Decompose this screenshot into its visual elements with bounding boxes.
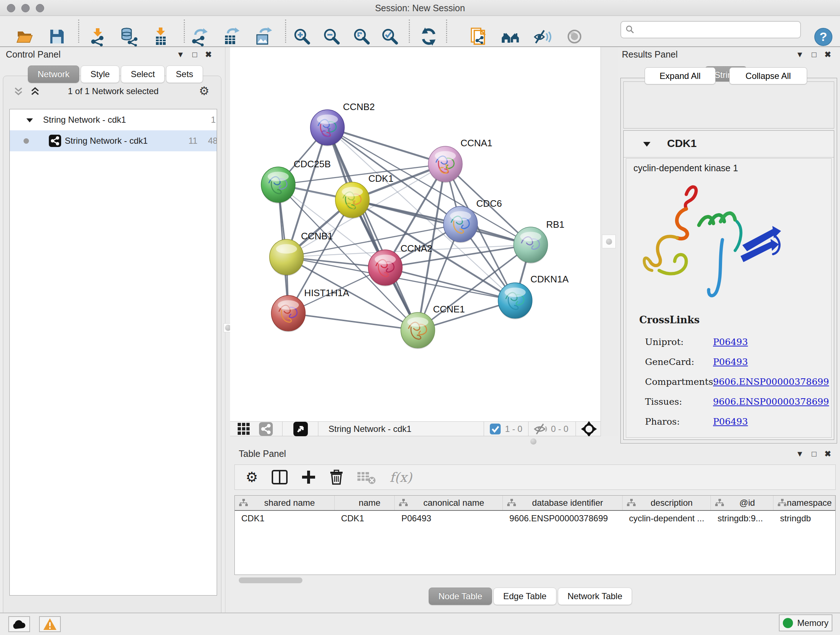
cell-description[interactable]: cyclin-dependent ... bbox=[622, 511, 711, 525]
close-panel-icon[interactable]: ✖ bbox=[824, 50, 831, 59]
network-graph[interactable]: CCNB2CCNA1CDC25BCDK1CDC6RB1CCNB1CCNA2CDK… bbox=[230, 47, 600, 421]
export-image-icon[interactable] bbox=[253, 27, 273, 47]
column-header-canonical-name[interactable]: canonical name bbox=[395, 496, 503, 510]
collapse-arrow-icon[interactable] bbox=[643, 141, 651, 147]
new-network-from-selection-icon[interactable] bbox=[468, 27, 488, 47]
close-panel-icon[interactable]: ✖ bbox=[824, 449, 831, 459]
function-builder-icon[interactable]: f(x) bbox=[390, 470, 412, 485]
column-header-shared-name[interactable]: shared name bbox=[235, 496, 335, 510]
tab-network-table[interactable]: Network Table bbox=[558, 587, 632, 605]
float-panel-icon[interactable]: ▼ bbox=[796, 449, 804, 459]
delete-columns-icon[interactable] bbox=[330, 470, 343, 485]
table-row[interactable]: CDK1CDK1P064939606.ENSP00000378699cyclin… bbox=[235, 511, 835, 525]
network-overview-icon[interactable] bbox=[259, 422, 273, 436]
network-canvas[interactable]: CCNB2CCNA1CDC25BCDK1CDC6RB1CCNB1CCNA2CDK… bbox=[230, 47, 600, 436]
export-network-icon[interactable] bbox=[189, 27, 210, 47]
collapse-arrow-icon[interactable] bbox=[26, 117, 34, 123]
show-columns-icon[interactable] bbox=[272, 470, 287, 485]
crosslink-tissues-link[interactable]: 9606.ENSP00000378699 bbox=[713, 396, 829, 407]
float-panel-icon[interactable]: ▼ bbox=[796, 50, 804, 59]
search-field-container bbox=[621, 21, 801, 38]
collapse-all-button[interactable]: Collapse All bbox=[729, 67, 807, 84]
maximize-panel-icon[interactable]: □ bbox=[193, 50, 197, 59]
graph-node-CCNA1[interactable] bbox=[428, 146, 462, 183]
tab-network[interactable]: Network bbox=[28, 65, 79, 83]
help-icon[interactable]: ? bbox=[814, 27, 833, 46]
cell-shared-name[interactable]: CDK1 bbox=[235, 511, 335, 525]
cell-database-identifier[interactable]: 9606.ENSP00000378699 bbox=[503, 511, 622, 525]
network-options-gear-icon[interactable]: ⚙ bbox=[199, 84, 210, 98]
tab-style[interactable]: Style bbox=[81, 65, 119, 83]
column-header-description[interactable]: description bbox=[622, 496, 711, 510]
save-session-icon[interactable] bbox=[47, 27, 67, 47]
memory-button[interactable]: Memory bbox=[779, 614, 832, 631]
column-header-namespace[interactable]: namespace bbox=[774, 496, 835, 510]
graph-edge-HIST1H1A-CCNE1[interactable] bbox=[288, 313, 418, 330]
warning-status-icon[interactable] bbox=[39, 616, 61, 632]
graph-edge-CDK1-RB1[interactable] bbox=[352, 200, 531, 245]
crosslink-compartments-link[interactable]: 9606.ENSP00000378699 bbox=[713, 377, 829, 387]
expand-all-button[interactable]: Expand All bbox=[645, 67, 715, 84]
splitter-handle[interactable] bbox=[531, 439, 537, 445]
zoom-fit-icon[interactable] bbox=[352, 27, 372, 47]
graph-node-CDK1[interactable] bbox=[335, 182, 369, 219]
gene-card-header[interactable]: CDK1 bbox=[624, 131, 834, 157]
table-options-gear-icon[interactable]: ⚙ bbox=[246, 469, 258, 485]
network-collection-row[interactable]: String Network - cdk1 1 bbox=[10, 109, 217, 130]
delete-table-icon[interactable] bbox=[357, 470, 376, 485]
graph-node-CCNB1[interactable] bbox=[270, 239, 303, 276]
fit-selected-crosshair-icon[interactable] bbox=[581, 421, 597, 437]
zoom-selected-icon[interactable] bbox=[380, 27, 400, 47]
graph-node-CDC25B[interactable] bbox=[261, 167, 295, 203]
open-session-icon[interactable] bbox=[14, 27, 35, 47]
import-network-from-database-icon[interactable] bbox=[118, 27, 139, 47]
graph-edge-CCNB2-CCNA1[interactable] bbox=[327, 127, 445, 164]
tab-sets[interactable]: Sets bbox=[166, 65, 203, 83]
splitter-handle[interactable] bbox=[602, 234, 616, 249]
tab-node-table[interactable]: Node Table bbox=[429, 587, 492, 605]
horizontal-splitter[interactable] bbox=[230, 436, 617, 447]
graph-node-RB1[interactable] bbox=[514, 227, 548, 264]
graph-node-CDKN1A[interactable] bbox=[498, 283, 532, 319]
cell-@id[interactable]: stringdb:9... bbox=[711, 511, 774, 525]
cell-canonical-name[interactable]: P06493 bbox=[395, 511, 503, 525]
refresh-icon[interactable] bbox=[418, 27, 439, 47]
show-all-icon[interactable] bbox=[564, 27, 584, 47]
float-panel-icon[interactable]: ▼ bbox=[177, 50, 185, 59]
export-view-icon[interactable] bbox=[294, 422, 308, 436]
maximize-panel-icon[interactable]: □ bbox=[812, 449, 816, 459]
graph-node-CCNB2[interactable] bbox=[310, 110, 344, 146]
column-header-@id[interactable]: @id bbox=[711, 496, 774, 510]
export-table-icon[interactable] bbox=[221, 27, 241, 47]
zoom-out-icon[interactable] bbox=[322, 27, 342, 47]
crosslink-genecard-link[interactable]: P06493 bbox=[713, 356, 748, 367]
network-row[interactable]: String Network - cdk1 11 48 bbox=[10, 130, 217, 151]
hide-selected-icon[interactable] bbox=[532, 27, 553, 47]
graph-edge-CCNB2-CCNE1[interactable] bbox=[327, 127, 418, 330]
create-column-icon[interactable] bbox=[302, 470, 316, 485]
zoom-in-icon[interactable] bbox=[292, 27, 312, 47]
cloud-status-icon[interactable] bbox=[8, 616, 30, 632]
selected-checkbox-icon[interactable] bbox=[490, 424, 501, 434]
column-header-database-identifier[interactable]: database identifier bbox=[503, 496, 622, 510]
crosslink-pharos-link[interactable]: P06493 bbox=[713, 416, 748, 427]
graph-node-HIST1H1A[interactable] bbox=[271, 295, 305, 332]
search-input[interactable] bbox=[635, 22, 800, 37]
tab-edge-table[interactable]: Edge Table bbox=[493, 587, 556, 605]
maximize-panel-icon[interactable]: □ bbox=[812, 50, 816, 59]
right-panel-splitter[interactable] bbox=[600, 47, 619, 447]
table-horizontal-scrollbar[interactable] bbox=[239, 578, 302, 583]
column-header-name[interactable]: name bbox=[335, 496, 395, 510]
graph-node-CCNA2[interactable] bbox=[368, 250, 402, 287]
birds-eye-view-icon[interactable] bbox=[237, 423, 250, 435]
close-panel-icon[interactable]: ✖ bbox=[205, 50, 212, 59]
graph-node-CDC6[interactable] bbox=[444, 206, 477, 243]
import-network-from-file-icon[interactable] bbox=[88, 27, 108, 47]
crosslink-uniprot-link[interactable]: P06493 bbox=[713, 337, 748, 347]
tab-select[interactable]: Select bbox=[121, 65, 164, 83]
cell-namespace[interactable]: stringdb bbox=[774, 511, 835, 525]
first-neighbors-icon[interactable] bbox=[500, 27, 521, 47]
cell-name[interactable]: CDK1 bbox=[335, 511, 395, 525]
import-table-from-file-icon[interactable] bbox=[150, 27, 171, 47]
graph-node-CCNE1[interactable] bbox=[401, 312, 435, 349]
